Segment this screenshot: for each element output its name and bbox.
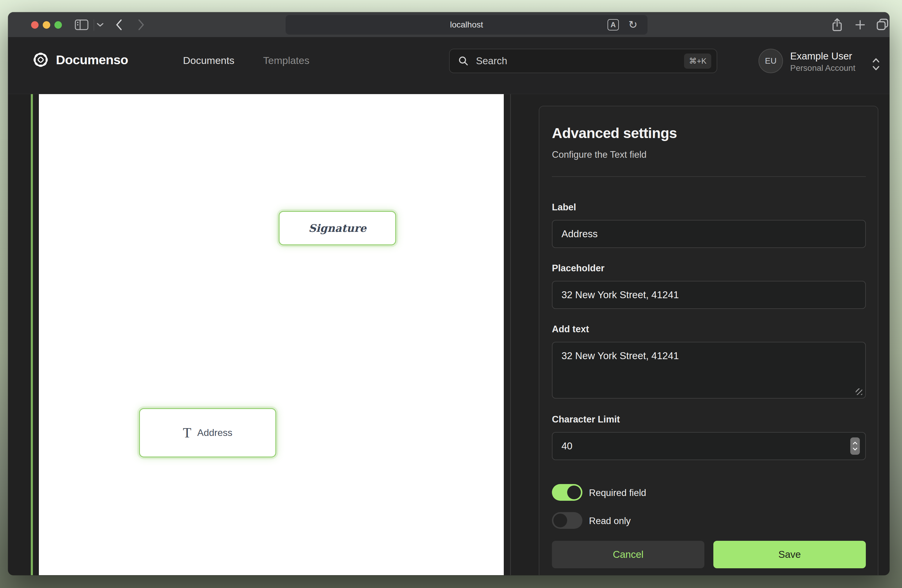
new-tab-icon[interactable] [853, 18, 867, 31]
label-field-label: Label [552, 202, 576, 213]
toggle-knob [567, 486, 581, 499]
character-limit-field-label: Character Limit [552, 414, 620, 425]
signature-field-label: Signature [308, 222, 366, 234]
app-navbar: Documenso Documents Templates ⌘+K EU Exa… [8, 38, 889, 94]
read-only-toggle[interactable] [552, 512, 583, 529]
content-divider [510, 94, 511, 575]
sidebar-toggle-icon[interactable] [74, 19, 89, 31]
advanced-settings-panel: Advanced settings Configure the Text fie… [539, 106, 879, 575]
label-input[interactable] [552, 220, 866, 248]
text-field-address[interactable]: T Address [139, 408, 276, 457]
required-field-label: Required field [589, 488, 646, 498]
text-type-icon: T [183, 425, 191, 441]
page-edge-indicator [31, 94, 33, 575]
required-field-toggle[interactable] [552, 484, 583, 501]
save-button[interactable]: Save [713, 541, 866, 568]
cancel-button[interactable]: Cancel [552, 541, 705, 568]
documenso-logo-icon [32, 51, 49, 69]
search-input[interactable] [476, 55, 684, 67]
search-icon [458, 56, 469, 66]
stepper-up-icon[interactable] [852, 441, 858, 445]
avatar-initials: EU [765, 56, 777, 66]
tab-overview-icon[interactable] [876, 18, 889, 31]
user-name: Example User [790, 50, 852, 62]
add-text-textarea[interactable]: 32 New York Street, 41241 [552, 342, 866, 399]
signature-field[interactable]: Signature [279, 211, 396, 245]
share-icon[interactable] [831, 18, 843, 32]
minimize-window-button[interactable] [43, 21, 50, 29]
brand-name: Documenso [56, 53, 128, 67]
browser-window: localhost A ↻ [8, 12, 889, 575]
read-only-label: Read only [589, 516, 631, 527]
translate-icon[interactable]: A [608, 19, 619, 30]
close-window-button[interactable] [31, 21, 39, 29]
textarea-resize-handle[interactable] [856, 388, 862, 395]
stepper-down-icon[interactable] [852, 447, 858, 451]
address-bar[interactable]: localhost A ↻ [285, 15, 648, 35]
nav-link-documents[interactable]: Documents [183, 55, 234, 66]
add-text-field-label: Add text [552, 324, 589, 335]
character-limit-input[interactable] [552, 432, 866, 460]
number-stepper[interactable] [850, 438, 860, 455]
content-area: Signature T Address Advanced settings Co… [8, 94, 889, 575]
placeholder-input[interactable] [552, 281, 866, 309]
brand[interactable]: Documenso [32, 51, 128, 69]
sidebar-chevron-down-icon[interactable] [96, 22, 104, 28]
reload-icon[interactable]: ↻ [628, 18, 637, 32]
panel-divider [552, 176, 866, 177]
search-bar[interactable]: ⌘+K [449, 49, 717, 73]
toolbar-divider [94, 19, 94, 31]
browser-toolbar: localhost A ↻ [8, 12, 889, 38]
avatar[interactable]: EU [758, 49, 783, 73]
panel-subtitle: Configure the Text field [552, 149, 647, 160]
back-button[interactable] [114, 18, 124, 31]
search-shortcut-badge: ⌘+K [684, 53, 711, 69]
desktop: localhost A ↻ [0, 0, 902, 588]
account-switcher-chevrons-icon[interactable] [871, 56, 881, 73]
toggle-knob [553, 514, 567, 527]
url-text: localhost [450, 20, 483, 30]
nav-link-templates[interactable]: Templates [263, 55, 309, 66]
document-page[interactable]: Signature T Address [39, 94, 504, 575]
fullscreen-window-button[interactable] [55, 21, 62, 29]
placeholder-field-label: Placeholder [552, 263, 604, 274]
panel-title: Advanced settings [552, 125, 677, 141]
forward-button[interactable] [137, 18, 146, 31]
text-field-label: Address [197, 427, 232, 438]
user-account-type: Personal Account [790, 63, 855, 73]
